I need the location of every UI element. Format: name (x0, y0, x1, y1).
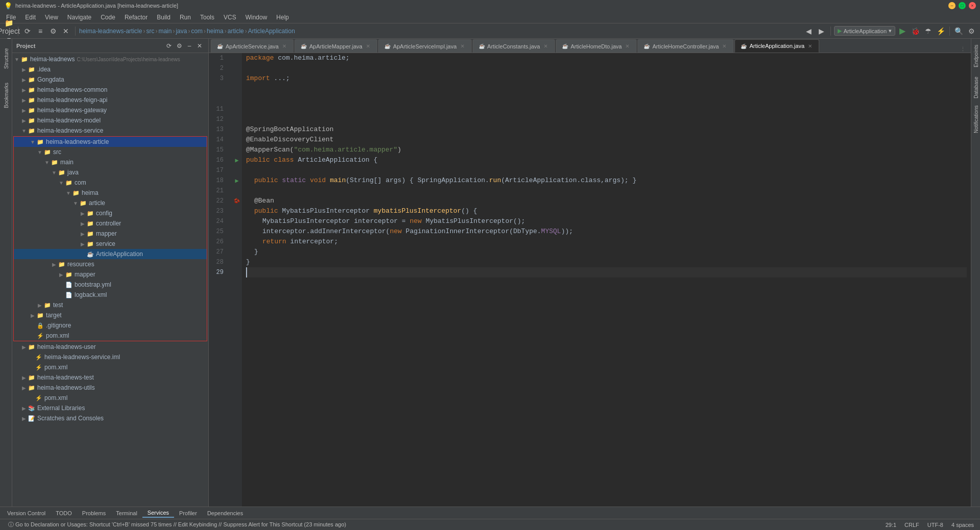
tab-close-6[interactable]: ✕ (721, 43, 728, 50)
tree-item-common[interactable]: ▶ 📁 heima-leadnews-common (12, 85, 208, 95)
tab-close-5[interactable]: ✕ (624, 43, 631, 50)
tree-item-root[interactable]: ▼ 📁 heima-leadnews C:\Users\Jason\IdeaPr… (12, 54, 208, 64)
tree-item-config[interactable]: ▶ 📁 config (14, 208, 207, 218)
project-close-btn[interactable]: ✕ (195, 41, 204, 51)
breadcrumb-java[interactable]: java (176, 28, 187, 35)
tab-articleApplication[interactable]: ☕ ArticleApplication.java ✕ (734, 39, 819, 53)
tree-item-gitignore[interactable]: 🔒 .gitignore (14, 320, 207, 331)
tree-item-ext-libs[interactable]: ▶ 📚 External Libraries (12, 403, 208, 413)
tree-item-feign[interactable]: ▶ 📁 heima-leadnews-feign-api (12, 95, 208, 105)
tree-item-pom-utils[interactable]: ⚡ pom.xml (12, 393, 208, 403)
gutter-18[interactable]: ▶ (232, 175, 242, 186)
run-btn[interactable]: ▶ (897, 26, 908, 37)
menu-tools[interactable]: Tools (196, 12, 218, 22)
menu-navigate[interactable]: Navigate (63, 12, 95, 22)
project-selector[interactable]: 📁 Project ▾ (3, 26, 14, 37)
menu-edit[interactable]: Edit (21, 12, 40, 22)
tree-item-bootstrap[interactable]: 📄 bootstrap.yml (14, 280, 207, 290)
tree-item-java[interactable]: ▼ 📁 java (14, 167, 207, 178)
code-content[interactable]: package com.heima.article; import ...; @… (242, 53, 971, 507)
debug-btn[interactable]: 🐞 (910, 26, 921, 37)
tree-item-service-iml[interactable]: ⚡ heima-leadnews-service.iml (12, 352, 208, 362)
tab-close-2[interactable]: ✕ (364, 43, 372, 50)
bottom-tab-terminal[interactable]: Terminal (111, 509, 142, 517)
tree-item-controller[interactable]: ▶ 📁 controller (14, 218, 207, 229)
menu-build[interactable]: Build (153, 12, 175, 22)
tree-item-user[interactable]: ▶ 📁 heima-leadnews-user (12, 342, 208, 352)
project-sync-btn[interactable]: ⟳ (164, 41, 174, 51)
tab-articleConstants[interactable]: ☕ ArticleConstants.java ✕ (473, 39, 555, 53)
tab-more-btn[interactable]: ⋮ (957, 46, 969, 53)
bottom-tab-problems[interactable]: Problems (77, 509, 111, 517)
close-button[interactable]: × (969, 2, 976, 9)
breadcrumb-com[interactable]: com (191, 28, 203, 35)
status-encoding[interactable]: UTF-8 (925, 522, 945, 528)
tab-apArticleMapper[interactable]: ☕ ApArticleMapper.java ✕ (295, 39, 377, 53)
menu-code[interactable]: Code (96, 12, 119, 22)
database-icon[interactable]: Database (972, 72, 979, 103)
menu-run[interactable]: Run (176, 12, 195, 22)
breadcrumb-src[interactable]: src (146, 28, 154, 35)
bottom-tab-todo[interactable]: TODO (51, 509, 77, 517)
tab-apArticleService[interactable]: ☕ ApArticleService.java ✕ (211, 39, 293, 53)
status-position[interactable]: 29:1 (884, 522, 898, 528)
notifications-icon[interactable]: Notifications (972, 104, 979, 135)
menu-view[interactable]: View (41, 12, 62, 22)
sync-btn[interactable]: ⟳ (22, 26, 33, 37)
collapse-btn[interactable]: ≡ (35, 26, 46, 37)
tab-close-3[interactable]: ✕ (459, 43, 466, 50)
gutter-16[interactable]: ▶ (232, 155, 242, 165)
tree-item-pom-service[interactable]: ⚡ pom.xml (12, 362, 208, 372)
tree-item-utils[interactable]: ▶ 📁 heima-leadnews-utils (12, 383, 208, 393)
breadcrumb-article[interactable]: article (228, 28, 244, 35)
tree-item-gateway[interactable]: ▶ 📁 heima-leadnews-gateway (12, 105, 208, 115)
forward-btn[interactable]: ▶ (816, 26, 827, 37)
tab-articleHomeController[interactable]: ☕ ArticleHomeController.java ✕ (638, 39, 733, 53)
close-panel-btn[interactable]: ✕ (60, 26, 71, 37)
bottom-tab-services[interactable]: Services (142, 509, 174, 518)
breadcrumb-class[interactable]: ArticleApplication (248, 28, 295, 35)
run-config-dropdown[interactable]: ▶ ArticleApplication ▾ (834, 26, 895, 36)
bottom-tab-profiler[interactable]: Profiler (174, 509, 202, 517)
menu-refactor[interactable]: Refactor (120, 12, 152, 22)
tree-item-target[interactable]: ▶ 📁 target (14, 310, 207, 320)
settings-btn[interactable]: ⚙ (47, 26, 59, 37)
project-minimize-btn[interactable]: – (185, 41, 194, 51)
tree-item-src[interactable]: ▼ 📁 src (14, 147, 207, 157)
status-line-ending[interactable]: CRLF (902, 522, 921, 528)
run-arrow-16[interactable]: ▶ (235, 157, 238, 164)
project-gear-btn[interactable]: ⚙ (175, 41, 184, 51)
title-bar-controls[interactable]: – □ × (948, 2, 976, 9)
status-indent[interactable]: 4 spaces (949, 522, 976, 528)
tree-item-mapper-res[interactable]: ▶ 📁 mapper (14, 269, 207, 280)
tab-close-4[interactable]: ✕ (542, 43, 549, 50)
structure-icon[interactable]: Structure (1, 41, 12, 77)
run-arrow-18[interactable]: ▶ (235, 177, 238, 185)
menu-window[interactable]: Window (241, 12, 272, 22)
profile-btn[interactable]: ⚡ (935, 26, 946, 37)
coverage-btn[interactable]: ☂ (922, 26, 934, 37)
tree-item-service[interactable]: ▼ 📁 heima-leadnews-service (12, 125, 208, 136)
bottom-tab-dependencies[interactable]: Dependencies (202, 509, 248, 517)
tab-apArticleServiceImpl[interactable]: ☕ ApArticleServiceImpl.java ✕ (378, 39, 472, 53)
tab-close-1[interactable]: ✕ (281, 43, 288, 50)
tree-item-service-pkg[interactable]: ▶ 📁 service (14, 239, 207, 249)
tree-item-model[interactable]: ▶ 📁 heima-leadnews-model (12, 115, 208, 125)
tree-item-resources[interactable]: ▶ 📁 resources (14, 259, 207, 269)
tree-item-logback[interactable]: 📄 logback.xml (14, 290, 207, 300)
tree-item-articleapp-class[interactable]: ☕ ArticleApplication (14, 249, 207, 259)
tree-item-article[interactable]: ▼ 📁 heima-leadnews-article (14, 137, 207, 147)
bookmarks-icon[interactable]: Bookmarks (1, 78, 12, 113)
back-btn[interactable]: ◀ (803, 26, 815, 37)
tree-item-heima[interactable]: ▼ 📁 heima (14, 188, 207, 198)
tree-item-com[interactable]: ▼ 📁 com (14, 178, 207, 188)
tree-item-main[interactable]: ▼ 📁 main (14, 157, 207, 167)
search-btn[interactable]: 🔍 (953, 26, 964, 37)
bottom-tab-version-control[interactable]: Version Control (2, 509, 51, 517)
project-dropdown-btn[interactable]: 📁 Project ▾ (3, 26, 14, 37)
tree-item-mapper-pkg[interactable]: ▶ 📁 mapper (14, 229, 207, 239)
tree-item-idea[interactable]: ▶ 📁 .idea (12, 64, 208, 74)
breadcrumb-heima[interactable]: heima (207, 28, 224, 35)
settings2-btn[interactable]: ⚙ (966, 26, 977, 37)
tab-close-7[interactable]: ✕ (806, 42, 814, 49)
